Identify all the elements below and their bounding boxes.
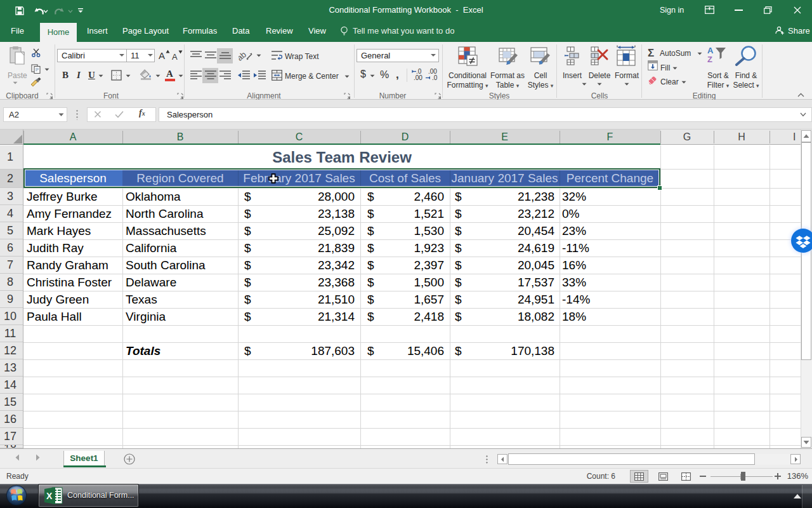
svg-text:X: X bbox=[46, 491, 53, 501]
svg-text:ab: ab bbox=[239, 50, 248, 62]
svg-text:Z: Z bbox=[707, 55, 712, 64]
svg-text:A: A bbox=[707, 46, 714, 55]
